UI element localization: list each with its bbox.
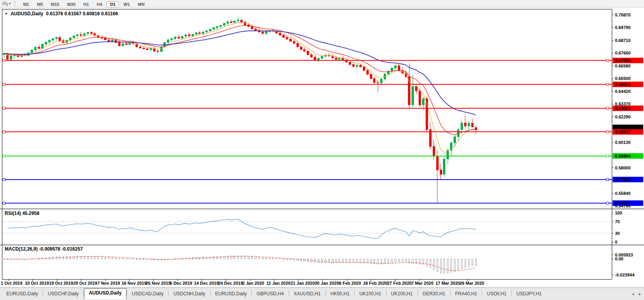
date-tick-label: 7 Mar 2020 bbox=[412, 281, 434, 285]
chart-tab-usdcad-daily[interactable]: USDCAD,Daily bbox=[128, 289, 168, 300]
level-price-label: 0.63003 bbox=[615, 106, 631, 111]
rsi-value: 45.2958 bbox=[22, 211, 39, 216]
price-tick-label: 0.65500 bbox=[615, 76, 631, 81]
date-tick-label: 26 Mar 2020 bbox=[460, 281, 484, 285]
chart-tab-xauusd-h1[interactable]: XAUUSD,H1 bbox=[289, 289, 325, 300]
rsi-tick-label: 100 bbox=[615, 211, 622, 215]
rsi-name: RSI(14) bbox=[5, 211, 21, 216]
timeframe-button-m1[interactable]: M1 bbox=[20, 1, 33, 7]
price-tick-label: 0.68710 bbox=[615, 38, 631, 43]
timeframe-button-m15[interactable]: M15 bbox=[47, 1, 62, 7]
current-price-label: 0.61166 bbox=[615, 125, 630, 130]
date-tick-label: 21 Jan 2020 bbox=[291, 281, 315, 285]
tab-separator bbox=[354, 290, 355, 296]
chart-tab-usdjpy-h1[interactable]: USDJPY,H1 bbox=[512, 289, 546, 300]
chart-tab-uk100-h1[interactable]: UK100,H1 bbox=[355, 289, 385, 300]
tab-separator bbox=[417, 290, 418, 296]
tab-scroll-right-button[interactable]: ► bbox=[638, 292, 642, 296]
tab-separator bbox=[482, 290, 482, 296]
price-tick-label: 0.67660 bbox=[615, 51, 631, 55]
level-price-label: 0.57008 bbox=[615, 177, 631, 182]
tab-separator bbox=[386, 290, 386, 296]
date-tick-label: 26 Nov 2019 bbox=[146, 281, 171, 285]
chart-type-dropdown-icon[interactable]: ▼ bbox=[8, 2, 11, 5]
tab-scroll-left-button[interactable]: ◄ bbox=[631, 292, 635, 296]
timeframe-button-h1[interactable]: H1 bbox=[80, 1, 92, 7]
timeframe-buttons: M1M5M15M30H1H4D1W1MN bbox=[19, 0, 148, 7]
date-tick-label: 14 Dec 2019 bbox=[194, 281, 219, 285]
date-tick-label: 5 Dec 2019 bbox=[170, 281, 192, 285]
chart-tab-usdcnh-daily[interactable]: USDCNH,Daily bbox=[169, 289, 209, 300]
timeframe-button-d1[interactable]: D1 bbox=[106, 1, 119, 7]
macd-indicator-label: MACD(12,26,9) -0.009578 -0.016257 bbox=[5, 246, 83, 252]
tab-separator bbox=[450, 290, 450, 296]
macd-tick-label: 0.00 bbox=[615, 256, 623, 261]
chart-area[interactable]: 0.708700.697900.687100.676600.665800.655… bbox=[0, 8, 644, 287]
toolbar-grip[interactable] bbox=[15, 1, 15, 6]
date-tick-label: 11 Jan 2020 bbox=[267, 281, 291, 285]
tab-separator bbox=[43, 290, 43, 296]
rsi-tick-label: 30 bbox=[615, 231, 620, 236]
chart-tab-hk50-h1[interactable]: HK50,H1 bbox=[326, 289, 354, 300]
tab-separator bbox=[251, 290, 252, 296]
chart-tab-usdchf-daily[interactable]: USDCHF,Daily bbox=[44, 289, 83, 300]
chart-tab-eurusd-daily[interactable]: EURUSD,Daily bbox=[211, 289, 251, 300]
rsi-indicator-label: RSI(14) 45.2958 bbox=[5, 211, 39, 216]
date-tick-label: 1 Oct 2019 bbox=[1, 281, 22, 285]
rsi-tick-label: 0 bbox=[615, 240, 617, 244]
price-tick-label: 0.69790 bbox=[615, 25, 631, 30]
chart-tab-audusd-daily[interactable]: AUDUSD,Daily bbox=[84, 288, 126, 299]
price-tick-label: 0.62290 bbox=[615, 115, 631, 119]
chart-tab-usoil-h1[interactable]: USOil,H1 bbox=[483, 289, 511, 300]
tab-separator bbox=[127, 290, 127, 296]
date-tick-label: 29 Oct 2019 bbox=[73, 281, 97, 285]
tab-separator bbox=[289, 290, 289, 296]
chart-tab-bar: EURUSD,DailyUSDCHF,DailyAUDUSD,DailyUSDC… bbox=[0, 287, 644, 300]
timeframe-button-h4[interactable]: H4 bbox=[93, 1, 106, 7]
level-price-label: 0.55021 bbox=[615, 201, 631, 205]
timeframe-button-m30[interactable]: M30 bbox=[64, 1, 79, 7]
price-tick-label: 0.55840 bbox=[615, 191, 631, 196]
price-tick-label: 0.60130 bbox=[615, 140, 631, 145]
date-tick-label: 30 Jan 2020 bbox=[315, 281, 339, 285]
tab-separator bbox=[511, 290, 512, 296]
date-tick-label: 2 Jan 2020 bbox=[242, 281, 264, 285]
timeframe-toolbar: ▼ M1M5M15M30H1H4D1W1MN bbox=[0, 0, 644, 8]
date-tick-label: 10 Oct 2019 bbox=[25, 281, 49, 285]
chart-ohlc-values: 0.61376 0.61567 0.60816 0.61166 bbox=[46, 11, 118, 16]
date-tick-label: 17 Mar 2020 bbox=[435, 281, 460, 285]
macd-name: MACD(12,26,9) bbox=[5, 246, 38, 252]
date-tick-label: 19 Oct 2019 bbox=[49, 281, 73, 285]
chart-tabs: EURUSD,DailyUSDCHF,DailyAUDUSD,DailyUSDC… bbox=[0, 288, 644, 300]
chart-tab-gbpusd-h4[interactable]: GBPUSD,H4 bbox=[252, 289, 288, 300]
timeframe-button-w1[interactable]: W1 bbox=[120, 1, 134, 7]
price-tick-label: 0.70870 bbox=[615, 13, 631, 17]
macd-tick-label: -0.023944 bbox=[615, 273, 635, 277]
price-tick-label: 0.66580 bbox=[615, 64, 631, 68]
price-tick-label: 0.58000 bbox=[615, 165, 631, 170]
macd-values: -0.009578 -0.016257 bbox=[39, 246, 82, 252]
level-price-label: 0.65015 bbox=[615, 82, 631, 87]
date-tick-label: 7 Nov 2019 bbox=[97, 281, 120, 285]
chart-title: ▼ AUDUSD,Daily 0.61376 0.61567 0.60816 0… bbox=[5, 11, 118, 16]
tab-separator bbox=[326, 290, 326, 296]
symbol-dropdown-icon[interactable]: ▼ bbox=[5, 12, 8, 16]
level-price-label: 0.67026 bbox=[615, 58, 631, 63]
chart-symbol-label: AUDUSD,Daily bbox=[11, 11, 43, 16]
chart-tab-ger30-h1[interactable]: GER30,H1 bbox=[418, 289, 450, 300]
tab-separator bbox=[83, 290, 84, 296]
tab-separator bbox=[168, 290, 168, 296]
chart-tab-uk100-h1[interactable]: UK100,H1 bbox=[387, 289, 417, 300]
chart-tab-fra40-h1[interactable]: FRA40,H1 bbox=[451, 289, 481, 300]
level-price-label: 0.61017 bbox=[615, 129, 631, 134]
timeframe-button-mn[interactable]: MN bbox=[134, 1, 148, 7]
level-price-label: 0.58994 bbox=[615, 154, 631, 158]
chart-tab-eurusd-daily[interactable]: EURUSD,Daily bbox=[2, 289, 42, 300]
date-tick-label: 18 Feb 2020 bbox=[363, 281, 388, 285]
date-tick-label: 16 Nov 2019 bbox=[122, 281, 147, 285]
tab-separator bbox=[210, 290, 210, 296]
candlestick-chart-icon bbox=[2, 1, 8, 6]
chart-type-icon[interactable] bbox=[2, 1, 8, 6]
timeframe-button-m5[interactable]: M5 bbox=[33, 1, 46, 7]
price-tick-label: 0.64420 bbox=[615, 89, 631, 94]
